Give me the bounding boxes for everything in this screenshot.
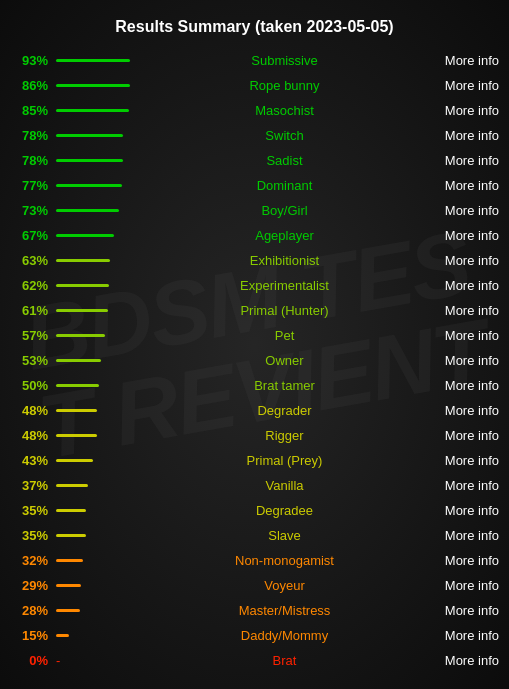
percentage-value: 77% — [10, 178, 48, 193]
more-info-link[interactable]: More info — [431, 578, 499, 593]
more-info-link[interactable]: More info — [431, 603, 499, 618]
bar-container: - — [48, 653, 138, 668]
table-row: 61%Primal (Hunter)More info — [0, 298, 509, 323]
bar-container — [48, 409, 138, 412]
percentage-value: 78% — [10, 128, 48, 143]
bar-container — [48, 434, 138, 437]
more-info-link[interactable]: More info — [431, 553, 499, 568]
percentage-value: 48% — [10, 403, 48, 418]
bar-container — [48, 359, 138, 362]
percentage-value: 73% — [10, 203, 48, 218]
progress-bar — [56, 209, 119, 212]
category-label: Vanilla — [138, 478, 431, 493]
more-info-link[interactable]: More info — [431, 53, 499, 68]
table-row: 50%Brat tamerMore info — [0, 373, 509, 398]
table-row: 15%Daddy/MommyMore info — [0, 623, 509, 648]
more-info-link[interactable]: More info — [431, 153, 499, 168]
bar-container — [48, 284, 138, 287]
percentage-value: 43% — [10, 453, 48, 468]
bar-container — [48, 584, 138, 587]
more-info-link[interactable]: More info — [431, 453, 499, 468]
more-info-link[interactable]: More info — [431, 253, 499, 268]
more-info-link[interactable]: More info — [431, 78, 499, 93]
category-label: Rope bunny — [138, 78, 431, 93]
more-info-link[interactable]: More info — [431, 203, 499, 218]
progress-bar — [56, 184, 122, 187]
more-info-link[interactable]: More info — [431, 228, 499, 243]
bar-container — [48, 484, 138, 487]
bar-container — [48, 59, 138, 62]
progress-bar — [56, 609, 80, 612]
category-label: Daddy/Mommy — [138, 628, 431, 643]
more-info-link[interactable]: More info — [431, 278, 499, 293]
bar-dash: - — [56, 653, 60, 668]
percentage-value: 93% — [10, 53, 48, 68]
results-list: 93%SubmissiveMore info86%Rope bunnyMore … — [0, 48, 509, 673]
bar-container — [48, 134, 138, 137]
more-info-link[interactable]: More info — [431, 403, 499, 418]
table-row: 77%DominantMore info — [0, 173, 509, 198]
bar-container — [48, 609, 138, 612]
progress-bar — [56, 409, 97, 412]
category-label: Primal (Prey) — [138, 453, 431, 468]
table-row: 53%OwnerMore info — [0, 348, 509, 373]
more-info-link[interactable]: More info — [431, 478, 499, 493]
bar-container — [48, 634, 138, 637]
table-row: 57%PetMore info — [0, 323, 509, 348]
table-row: 78%SwitchMore info — [0, 123, 509, 148]
progress-bar — [56, 284, 109, 287]
table-row: 85%MasochistMore info — [0, 98, 509, 123]
percentage-value: 35% — [10, 528, 48, 543]
category-label: Sadist — [138, 153, 431, 168]
more-info-link[interactable]: More info — [431, 128, 499, 143]
more-info-link[interactable]: More info — [431, 303, 499, 318]
bar-container — [48, 209, 138, 212]
bar-container — [48, 234, 138, 237]
more-info-link[interactable]: More info — [431, 628, 499, 643]
category-label: Non-monogamist — [138, 553, 431, 568]
percentage-value: 86% — [10, 78, 48, 93]
more-info-link[interactable]: More info — [431, 428, 499, 443]
more-info-link[interactable]: More info — [431, 653, 499, 668]
percentage-value: 67% — [10, 228, 48, 243]
percentage-value: 32% — [10, 553, 48, 568]
progress-bar — [56, 559, 83, 562]
category-label: Rigger — [138, 428, 431, 443]
more-info-link[interactable]: More info — [431, 503, 499, 518]
table-row: 48%RiggerMore info — [0, 423, 509, 448]
bar-container — [48, 159, 138, 162]
more-info-link[interactable]: More info — [431, 528, 499, 543]
table-row: 93%SubmissiveMore info — [0, 48, 509, 73]
category-label: Dominant — [138, 178, 431, 193]
percentage-value: 35% — [10, 503, 48, 518]
more-info-link[interactable]: More info — [431, 378, 499, 393]
percentage-value: 0% — [10, 653, 48, 668]
progress-bar — [56, 509, 86, 512]
progress-bar — [56, 84, 130, 87]
more-info-link[interactable]: More info — [431, 328, 499, 343]
bar-container — [48, 459, 138, 462]
table-row: 43%Primal (Prey)More info — [0, 448, 509, 473]
progress-bar — [56, 109, 129, 112]
progress-bar — [56, 159, 123, 162]
category-label: Masochist — [138, 103, 431, 118]
percentage-value: 37% — [10, 478, 48, 493]
table-row: 0%-BratMore info — [0, 648, 509, 673]
percentage-value: 28% — [10, 603, 48, 618]
table-row: 63%ExhibitionistMore info — [0, 248, 509, 273]
table-row: 78%SadistMore info — [0, 148, 509, 173]
results-container: Results Summary (taken 2023-05-05) 93%Su… — [0, 0, 509, 683]
category-label: Pet — [138, 328, 431, 343]
category-label: Master/Mistress — [138, 603, 431, 618]
category-label: Exhibitionist — [138, 253, 431, 268]
progress-bar — [56, 384, 99, 387]
more-info-link[interactable]: More info — [431, 103, 499, 118]
bar-container — [48, 509, 138, 512]
table-row: 28%Master/MistressMore info — [0, 598, 509, 623]
progress-bar — [56, 234, 114, 237]
percentage-value: 85% — [10, 103, 48, 118]
category-label: Experimentalist — [138, 278, 431, 293]
more-info-link[interactable]: More info — [431, 178, 499, 193]
bar-container — [48, 109, 138, 112]
more-info-link[interactable]: More info — [431, 353, 499, 368]
